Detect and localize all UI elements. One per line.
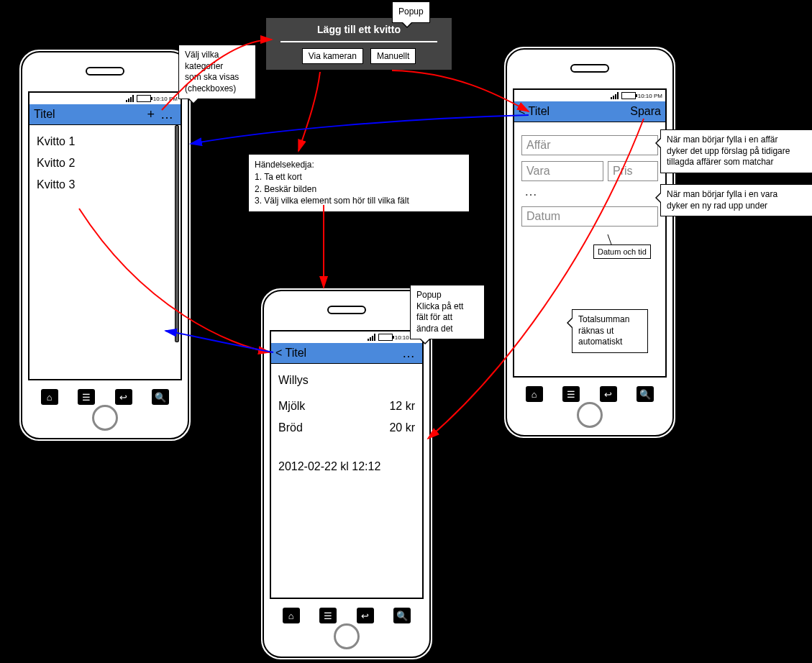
more-button[interactable]: … — [399, 347, 418, 360]
store-field[interactable]: Affär — [521, 135, 658, 155]
status-bar: 10:10 PM — [29, 93, 181, 104]
callout-edit-popup: Popup Klicka på ett fält för att ändra d… — [410, 285, 485, 339]
callout-checkboxes: Välj vilka kategorier som ska visas (che… — [178, 45, 256, 99]
list-item[interactable]: Kvitto 1 — [37, 131, 173, 152]
add-button[interactable]: + — [144, 108, 158, 121]
store-name[interactable]: Willys — [278, 370, 415, 391]
phone-detail: 10:10 PM < Titel … Willys Mjölk 12 kr Br… — [259, 286, 434, 662]
more-items-indicator: … — [521, 184, 658, 199]
receipt-item[interactable]: Mjölk 12 kr — [278, 395, 415, 417]
callout-store-hint: När man börjar fylla i en affär dyker de… — [660, 129, 812, 173]
callout-item-hint: När man börjar fylla i en vara dyker en … — [660, 184, 812, 216]
softkey-bar: ⌂ ☰ ↩ 🔍 — [516, 386, 664, 402]
list-item[interactable]: Kvitto 2 — [37, 152, 173, 174]
softkey-bar: ⌂ ☰ ↩ 🔍 — [31, 389, 179, 405]
search-icon[interactable]: 🔍 — [637, 386, 654, 402]
receipt-item[interactable]: Bröd 20 kr — [278, 417, 415, 439]
item-field[interactable]: Vara — [521, 161, 603, 181]
home-button[interactable] — [334, 623, 360, 649]
title-bar: Titel + … — [29, 104, 181, 125]
phone-list: 10:10 PM Titel + … Kvitto 1 Kvitto 2 Kvi… — [17, 47, 193, 443]
add-receipt-popup: Lägg till ett kvitto Via kameran Manuell… — [265, 17, 452, 70]
home-icon[interactable]: ⌂ — [526, 386, 543, 402]
status-bar: 10:10 PM — [514, 90, 665, 101]
page-title: Titel — [34, 108, 55, 121]
back-title[interactable]: < Titel — [519, 105, 549, 118]
search-icon[interactable]: 🔍 — [393, 608, 411, 623]
callout-popup-label: Popup — [392, 1, 430, 23]
status-time: 10:10 PM — [153, 96, 178, 102]
search-icon[interactable]: 🔍 — [152, 389, 169, 405]
menu-icon[interactable]: ☰ — [562, 386, 580, 402]
manual-button[interactable]: Manuellt — [370, 48, 416, 64]
list-item[interactable]: Kvitto 3 — [37, 174, 173, 196]
more-button[interactable]: … — [158, 108, 176, 121]
date-hint-label: Datum och tid — [593, 244, 651, 259]
callout-total-hint: Totalsumman räknas ut automatiskt — [572, 309, 648, 353]
earpiece — [86, 67, 124, 76]
home-icon[interactable]: ⌂ — [283, 608, 300, 623]
back-title[interactable]: < Titel — [275, 347, 306, 360]
receipt-date[interactable]: 2012-02-22 kl 12:12 — [278, 456, 415, 477]
popup-title: Lägg till ett kvitto — [273, 24, 444, 40]
title-bar: < Titel … — [271, 343, 422, 364]
scrollbar[interactable] — [175, 125, 179, 342]
menu-icon[interactable]: ☰ — [319, 608, 337, 623]
event-chain-note: Händelsekedja: 1. Ta ett kort 2. Beskär … — [248, 154, 470, 212]
status-time: 10:10 PM — [638, 93, 662, 99]
softkey-bar: ⌂ ☰ ↩ 🔍 — [273, 608, 421, 623]
status-bar: 10:10 PM — [271, 332, 422, 343]
via-camera-button[interactable]: Via kameran — [302, 48, 363, 64]
menu-icon[interactable]: ☰ — [78, 389, 95, 405]
save-button[interactable]: Spara — [630, 105, 661, 118]
home-button[interactable] — [577, 402, 603, 428]
title-bar: < Titel Spara — [514, 101, 665, 122]
back-icon[interactable]: ↩ — [600, 386, 617, 402]
home-button[interactable] — [92, 405, 118, 431]
earpiece — [570, 64, 609, 73]
back-icon[interactable]: ↩ — [357, 608, 374, 623]
home-icon[interactable]: ⌂ — [41, 389, 58, 405]
earpiece — [327, 306, 366, 314]
price-field[interactable]: Pris — [608, 161, 658, 181]
phone-form: 10:10 PM < Titel Spara Affär Vara Pris …… — [502, 45, 678, 440]
back-icon[interactable]: ↩ — [115, 389, 132, 405]
date-field[interactable]: Datum — [521, 206, 658, 227]
